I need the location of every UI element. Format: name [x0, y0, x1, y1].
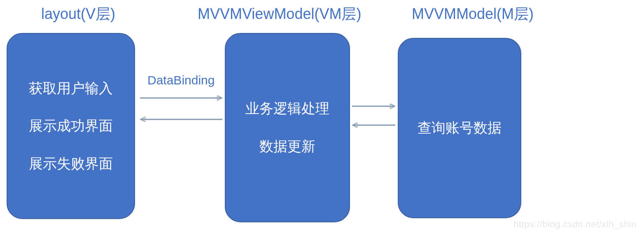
- watermark: https://blog.csdn.net/xlh_shin: [513, 219, 637, 230]
- box-model-line: 查询账号数据: [418, 118, 502, 138]
- title-view: layout(V层): [41, 4, 115, 24]
- box-view-line: 获取用户输入: [29, 79, 113, 98]
- box-viewmodel: 业务逻辑处理 数据更新: [225, 33, 350, 222]
- connector-label-databinding: DataBinding: [147, 73, 215, 87]
- box-view-line: 展示失败界面: [29, 154, 113, 174]
- box-view: 获取用户输入 展示成功界面 展示失败界面: [7, 33, 135, 219]
- box-model: 查询账号数据: [398, 38, 521, 218]
- title-model: MVVMModel(M层): [412, 4, 534, 24]
- box-viewmodel-line: 业务逻辑处理: [245, 99, 329, 119]
- box-viewmodel-line: 数据更新: [259, 137, 315, 156]
- title-viewmodel: MVVMViewModel(VM层): [198, 4, 361, 24]
- box-view-line: 展示成功界面: [29, 116, 113, 136]
